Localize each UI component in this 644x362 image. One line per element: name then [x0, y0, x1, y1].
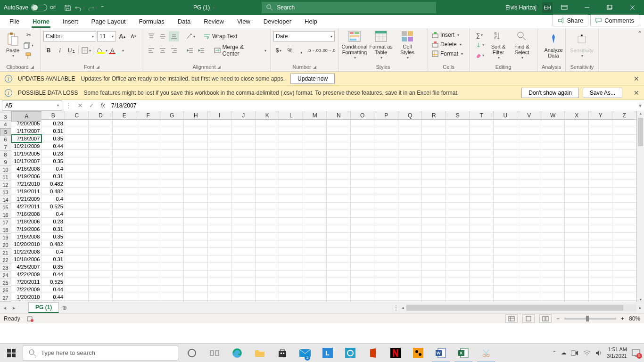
cell-R8[interactable]	[422, 157, 446, 165]
cell-A26[interactable]: 1/20/2010	[11, 293, 41, 301]
cell-M4[interactable]	[303, 127, 327, 135]
cell-N26[interactable]	[327, 293, 351, 301]
cell-D12[interactable]	[89, 188, 113, 195]
cell-L14[interactable]	[279, 203, 303, 210]
cell-P12[interactable]	[374, 188, 398, 195]
cell-B9[interactable]: 0.4	[41, 165, 65, 173]
cell-W24[interactable]	[541, 278, 565, 286]
cell-U13[interactable]	[494, 195, 518, 203]
cell-L3[interactable]	[279, 120, 303, 127]
cell-N23[interactable]	[327, 271, 351, 278]
cell-R16[interactable]	[422, 218, 446, 225]
row-header-14[interactable]: 14	[0, 196, 11, 204]
close-icon[interactable]	[621, 0, 643, 15]
cell-O19[interactable]	[351, 240, 375, 248]
cell-S18[interactable]	[446, 233, 470, 240]
cell-N25[interactable]	[327, 286, 351, 293]
cell-A27[interactable]	[11, 301, 41, 302]
orientation-icon[interactable]: ▾	[185, 31, 196, 41]
tab-data[interactable]: Data	[171, 15, 197, 28]
cell-P18[interactable]	[374, 233, 398, 240]
cell-S10[interactable]	[446, 173, 470, 180]
cell-X24[interactable]	[565, 278, 589, 286]
cell-C21[interactable]	[65, 255, 89, 263]
cell-Y6[interactable]	[589, 142, 613, 150]
cell-K21[interactable]	[256, 255, 280, 263]
align-top-icon[interactable]	[146, 31, 157, 41]
cell-Y7[interactable]	[589, 150, 613, 157]
cell-G16[interactable]	[160, 218, 184, 225]
cell-X18[interactable]	[565, 233, 589, 240]
cell-K16[interactable]	[256, 218, 280, 225]
cell-N12[interactable]	[327, 188, 351, 195]
cell-P19[interactable]	[374, 240, 398, 248]
cell-O7[interactable]	[351, 150, 375, 157]
page-break-view-icon[interactable]	[539, 314, 552, 323]
task-view-icon[interactable]	[204, 344, 225, 362]
cell-F22[interactable]	[136, 263, 160, 271]
cell-N20[interactable]	[327, 248, 351, 255]
update-now-button[interactable]: Update now	[290, 74, 335, 84]
cell-R5[interactable]	[422, 135, 446, 142]
cell-N19[interactable]	[327, 240, 351, 248]
share-button[interactable]: Share	[553, 15, 588, 26]
cell-K13[interactable]	[256, 195, 280, 203]
cell-F3[interactable]	[136, 120, 160, 127]
cell-V6[interactable]	[517, 142, 541, 150]
currency-icon[interactable]: $▾	[273, 45, 284, 56]
cell-J19[interactable]	[231, 240, 256, 248]
cell-D27[interactable]	[89, 301, 113, 302]
cell-E13[interactable]	[113, 195, 137, 203]
cell-I24[interactable]	[208, 278, 232, 286]
cell-C25[interactable]	[65, 286, 89, 293]
font-color-icon[interactable]: A▾	[109, 45, 125, 56]
cell-O20[interactable]	[351, 248, 375, 255]
col-header-C[interactable]: C	[65, 111, 89, 120]
cell-F18[interactable]	[136, 233, 160, 240]
row-header-16[interactable]: 16	[0, 211, 11, 219]
file-explorer-icon[interactable]	[249, 344, 271, 362]
cell-R14[interactable]	[422, 203, 446, 210]
cell-K6[interactable]	[256, 142, 280, 150]
cell-L12[interactable]	[279, 188, 303, 195]
cell-T14[interactable]	[470, 203, 494, 210]
user-name[interactable]: Elvis Harizaj	[505, 4, 537, 11]
row-header-3[interactable]: 3	[0, 113, 11, 121]
notifications-icon[interactable]: 5	[632, 349, 640, 357]
zoom-out-icon[interactable]: −	[556, 315, 560, 322]
cell-K15[interactable]	[256, 210, 280, 218]
cell-W17[interactable]	[541, 225, 565, 233]
col-header-P[interactable]: P	[374, 111, 398, 120]
cell-A25[interactable]: 7/22/2009	[11, 286, 41, 293]
cell-A20[interactable]: 10/22/2008	[11, 248, 41, 255]
cell-I5[interactable]	[208, 135, 232, 142]
cell-H20[interactable]	[184, 248, 208, 255]
cell-V17[interactable]	[517, 225, 541, 233]
cell-G14[interactable]	[160, 203, 184, 210]
cell-B13[interactable]: 0.4	[41, 195, 65, 203]
paste-button[interactable]: Paste▾	[3, 29, 23, 60]
cell-N13[interactable]	[327, 195, 351, 203]
cell-Z6[interactable]	[612, 142, 636, 150]
cell-D4[interactable]	[89, 127, 113, 135]
cell-M22[interactable]	[303, 263, 327, 271]
zoom-in-icon[interactable]: +	[621, 315, 624, 322]
cell-I11[interactable]	[208, 180, 232, 188]
cell-V16[interactable]	[517, 218, 541, 225]
excel-icon[interactable]: X	[453, 344, 474, 362]
cell-T18[interactable]	[470, 233, 494, 240]
cell-C22[interactable]	[65, 263, 89, 271]
cell-Y4[interactable]	[589, 127, 613, 135]
cell-Y17[interactable]	[589, 225, 613, 233]
cell-M25[interactable]	[303, 286, 327, 293]
cell-J21[interactable]	[231, 255, 256, 263]
cell-P24[interactable]	[374, 278, 398, 286]
cell-C11[interactable]	[65, 180, 89, 188]
cell-F26[interactable]	[136, 293, 160, 301]
cell-U20[interactable]	[494, 248, 518, 255]
cell-G27[interactable]	[160, 301, 184, 302]
cell-V22[interactable]	[517, 263, 541, 271]
cell-Z15[interactable]	[612, 210, 636, 218]
cell-W25[interactable]	[541, 286, 565, 293]
cell-B20[interactable]: 0.4	[41, 248, 65, 255]
